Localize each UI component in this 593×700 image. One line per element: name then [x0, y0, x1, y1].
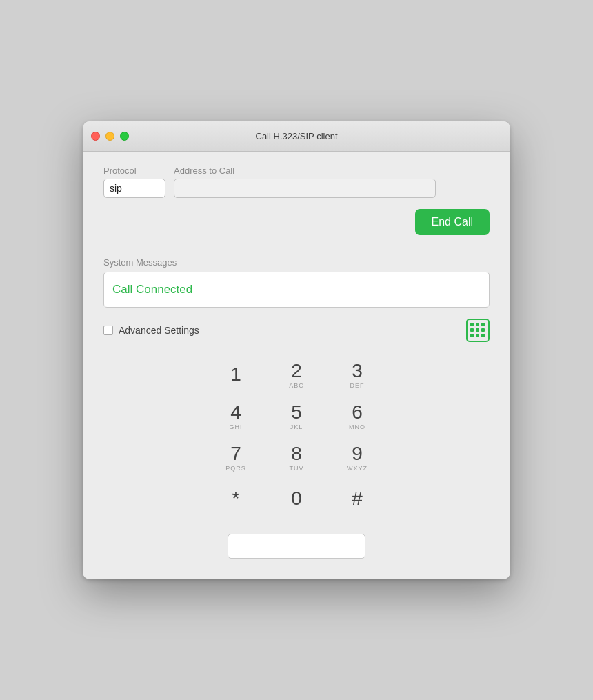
end-call-button[interactable]: End Call — [415, 209, 490, 235]
advanced-checkbox[interactable] — [103, 326, 113, 335]
dialpad-row-2: 4 GHI 5 JKL 6 MNO — [214, 397, 379, 436]
close-button[interactable] — [91, 132, 100, 141]
dot — [481, 328, 485, 332]
form-row: Protocol Address to Call — [103, 166, 490, 198]
minimize-button[interactable] — [105, 132, 114, 141]
key-9[interactable]: 9 WXYZ — [335, 439, 379, 477]
key-8[interactable]: 8 TUV — [274, 439, 319, 477]
protocol-label: Protocol — [103, 166, 165, 176]
messages-box: Call Connected — [103, 272, 490, 308]
dialpad: 1 2 ABC 3 DEF 4 GHI 5 J — [103, 356, 490, 559]
window-title: Call H.323/SIP client — [256, 131, 338, 141]
content-area: Protocol Address to Call End Call System… — [83, 152, 510, 579]
dot — [476, 328, 479, 332]
advanced-left: Advanced Settings — [103, 325, 199, 336]
key-4[interactable]: 4 GHI — [214, 397, 258, 436]
dot — [470, 328, 474, 332]
key-0[interactable]: 0 — [274, 480, 319, 519]
address-label: Address to Call — [174, 166, 490, 176]
titlebar: Call H.323/SIP client — [83, 121, 510, 152]
dialpad-row-3: 7 PQRS 8 TUV 9 WXYZ — [214, 439, 379, 477]
key-7[interactable]: 7 PQRS — [214, 439, 258, 477]
messages-text: Call Connected — [112, 283, 192, 297]
address-input[interactable] — [174, 179, 436, 198]
dialpad-display-input[interactable] — [228, 534, 365, 559]
dot — [481, 334, 485, 337]
key-2[interactable]: 2 ABC — [274, 356, 319, 394]
dot — [470, 334, 474, 337]
dot — [476, 334, 479, 337]
key-star[interactable]: * — [214, 480, 258, 519]
dialpad-row-4: * 0 # — [214, 480, 379, 519]
key-3[interactable]: 3 DEF — [335, 356, 379, 394]
address-group: Address to Call — [174, 166, 490, 198]
messages-label: System Messages — [103, 257, 490, 268]
advanced-row: Advanced Settings — [103, 319, 490, 342]
protocol-input[interactable] — [103, 179, 165, 198]
advanced-label: Advanced Settings — [119, 325, 199, 336]
dot — [470, 323, 474, 326]
app-window: Call H.323/SIP client Protocol Address t… — [83, 121, 510, 579]
key-6[interactable]: 6 MNO — [335, 397, 379, 436]
key-hash[interactable]: # — [335, 480, 379, 519]
key-5[interactable]: 5 JKL — [274, 397, 319, 436]
key-1[interactable]: 1 — [214, 356, 258, 394]
dialpad-row-1: 1 2 ABC 3 DEF — [214, 356, 379, 394]
dot — [476, 323, 479, 326]
grid-icon-button[interactable] — [466, 319, 490, 342]
maximize-button[interactable] — [120, 132, 129, 141]
dot — [481, 323, 485, 326]
grid-dots — [470, 323, 485, 338]
protocol-group: Protocol — [103, 166, 165, 198]
traffic-lights — [91, 132, 129, 141]
